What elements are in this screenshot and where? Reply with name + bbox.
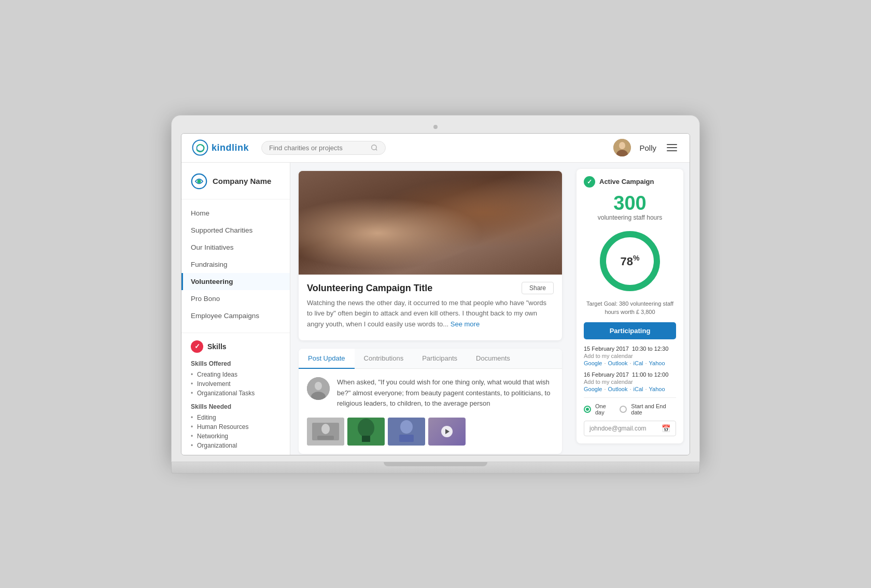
svg-point-9 (315, 382, 322, 390)
outlook-cal-link-1[interactable]: Outlook (608, 360, 628, 366)
svg-line-2 (376, 149, 377, 151)
donut-chart: 78% (596, 227, 664, 295)
svg-point-19 (400, 420, 413, 434)
hands-visual (299, 171, 562, 275)
list-item: Organizational (191, 441, 280, 450)
nav-right: Polly (613, 139, 679, 156)
tab-post-update[interactable]: Post Update (299, 349, 355, 369)
thumbnail-2[interactable] (347, 418, 385, 446)
svg-point-0 (193, 140, 208, 155)
add-calendar-label-1: Add to my calendar (584, 353, 676, 359)
svg-point-1 (372, 145, 376, 150)
skills-needed-list: Editing Human Resources Networking Organ… (191, 413, 280, 450)
svg-point-4 (619, 142, 625, 149)
svg-rect-17 (362, 436, 370, 442)
hamburger-line-1 (667, 144, 677, 145)
event-item-1: 15 February 2017 10:30 to 12:30 Add to m… (584, 346, 676, 366)
add-calendar-label-2: Add to my calendar (584, 379, 676, 385)
logo-text: kindlink (212, 142, 249, 153)
ical-link-1[interactable]: iCal (634, 360, 643, 366)
skills-needed-label: Skills Needed (191, 403, 280, 410)
skills-offered-list: Creating Ideas Involvement Organizationa… (191, 370, 280, 398)
ical-link-2[interactable]: iCal (634, 386, 643, 392)
event-date-2: 16 February 2017 11:00 to 12:00 (584, 371, 676, 378)
yahoo-cal-link-1[interactable]: Yahoo (649, 360, 665, 366)
company-icon (191, 173, 207, 190)
start-end-date-label: Start and End date (631, 403, 676, 415)
skills-section: Skills Skills Offered Creating Ideas Inv… (181, 333, 290, 455)
email-input-display: johndoe@gmail.com (589, 425, 658, 432)
main-content: Company Name Home Supported Charities Ou… (181, 163, 690, 455)
progress-percent-sign: % (633, 254, 639, 263)
company-name-area: Company Name (181, 173, 290, 199)
email-input-row[interactable]: johndoe@gmail.com 📅 (584, 421, 676, 436)
thumbnail-image-1 (307, 418, 344, 446)
avatar[interactable] (613, 139, 631, 156)
company-name-text: Company Name (213, 177, 271, 185)
calendar-icon[interactable]: 📅 (662, 424, 670, 433)
skills-title: Skills (207, 342, 227, 351)
calendar-links-1: Google · Outlook · iCal · Yahoo (584, 360, 676, 366)
campaign-title: Volunteering Campaign Title (307, 283, 554, 294)
target-goal-text: Target Goal: 380 volunteering staff hour… (584, 300, 676, 316)
nav-item-employee-campaigns[interactable]: Employee Campaigns (181, 307, 290, 324)
skills-badge-icon (191, 340, 203, 353)
donut-center-value: 78% (621, 254, 640, 268)
tab-participants[interactable]: Participants (413, 349, 467, 369)
kindlink-logo-icon (192, 139, 208, 156)
hamburger-line-3 (667, 150, 677, 151)
search-input[interactable] (269, 144, 367, 152)
play-button[interactable] (441, 426, 453, 437)
avatar-image (613, 139, 631, 156)
post-text: When asked, "If you could wish for one t… (337, 377, 554, 409)
campaign-description: Watching the news the other day, it occu… (307, 298, 554, 330)
see-more-link[interactable]: See more (451, 320, 480, 328)
nav-item-volunteering[interactable]: Volunteering (181, 273, 290, 290)
campaign-card: Share Volunteering Campaign Title Watchi… (299, 171, 562, 340)
hamburger-button[interactable] (665, 142, 679, 153)
one-day-radio[interactable] (584, 406, 591, 413)
nav-item-home[interactable]: Home (181, 205, 290, 222)
tab-contributions[interactable]: Contributions (355, 349, 413, 369)
calendar-links-2: Google · Outlook · iCal · Yahoo (584, 386, 676, 392)
share-button[interactable]: Share (522, 282, 554, 294)
tab-documents[interactable]: Documents (467, 349, 519, 369)
top-navigation: kindlink (181, 134, 690, 163)
nav-item-supported-charities[interactable]: Supported Charities (181, 222, 290, 239)
thumbnail-video[interactable] (428, 418, 466, 446)
active-campaign-header: ✓ Active Campaign (584, 176, 676, 188)
list-item: Networking (191, 432, 280, 441)
google-cal-link-2[interactable]: Google (584, 386, 602, 392)
search-icon (371, 144, 378, 151)
tabs-bar: Post Update Contributions Participants D… (299, 349, 562, 454)
participating-button[interactable]: Participating (584, 322, 676, 339)
active-campaign-icon: ✓ (584, 176, 595, 188)
hamburger-line-2 (667, 147, 677, 148)
hours-count: 300 (584, 193, 676, 214)
progress-value: 78 (621, 255, 633, 268)
nav-item-pro-bono[interactable]: Pro Bono (181, 290, 290, 307)
yahoo-cal-link-2[interactable]: Yahoo (649, 386, 665, 392)
event-item-2: 16 February 2017 11:00 to 12:00 Add to m… (584, 371, 676, 392)
logo-area[interactable]: kindlink (192, 139, 249, 156)
nav-item-our-initiatives[interactable]: Our Initiatives (181, 239, 290, 256)
list-item: Editing (191, 413, 280, 422)
nav-item-fundraising[interactable]: Fundraising (181, 256, 290, 273)
svg-point-16 (358, 419, 374, 437)
outlook-cal-link-2[interactable]: Outlook (608, 386, 628, 392)
google-cal-link-1[interactable]: Google (584, 360, 602, 366)
search-box[interactable] (261, 141, 386, 155)
thumbnail-3[interactable] (388, 418, 425, 446)
center-content: Share Volunteering Campaign Title Watchi… (290, 163, 570, 455)
active-campaign-card: ✓ Active Campaign 300 volunteering staff… (577, 169, 683, 444)
svg-point-7 (197, 179, 201, 183)
post-avatar-image (307, 377, 330, 400)
user-name: Polly (639, 144, 656, 152)
active-campaign-label: Active Campaign (599, 178, 654, 185)
start-end-date-radio[interactable] (620, 406, 627, 413)
tabs-header: Post Update Contributions Participants D… (299, 349, 562, 369)
thumbnail-1[interactable] (307, 418, 344, 446)
thumbnail-image-3 (388, 418, 425, 446)
divider (584, 397, 676, 398)
list-item: Involvement (191, 379, 280, 389)
